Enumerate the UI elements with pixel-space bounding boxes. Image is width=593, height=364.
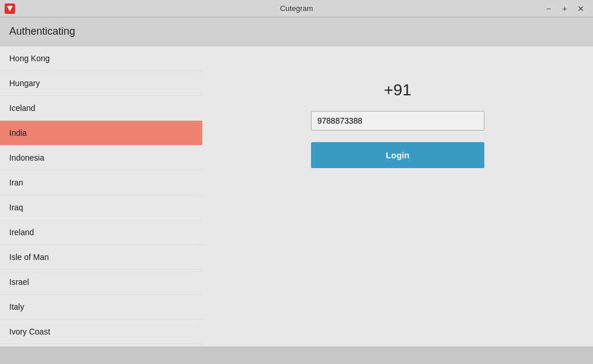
app-icon xyxy=(5,3,15,14)
app-body: Authenticating Hong KongHungaryIcelandIn… xyxy=(0,17,593,347)
country-item[interactable]: Iceland xyxy=(0,96,202,121)
country-item[interactable]: Indonesia xyxy=(0,146,202,170)
country-item[interactable]: Iran xyxy=(0,170,202,195)
country-item[interactable]: Ivory Coast xyxy=(0,320,202,344)
country-code: +91 xyxy=(384,81,412,99)
country-item[interactable]: Ireland xyxy=(0,220,202,245)
country-item[interactable]: Hong Kong xyxy=(0,46,202,71)
phone-input[interactable] xyxy=(311,111,484,131)
country-item[interactable]: Isle of Man xyxy=(0,245,202,270)
country-item[interactable]: Israel xyxy=(0,270,202,295)
country-item[interactable]: Hungary xyxy=(0,71,202,96)
main-content: Hong KongHungaryIcelandIndiaIndonesiaIra… xyxy=(0,46,593,347)
country-item[interactable]: India xyxy=(0,121,202,146)
auth-header: Authenticating xyxy=(0,17,593,46)
country-item[interactable]: Iraq xyxy=(0,195,202,220)
country-item[interactable]: Italy xyxy=(0,295,202,320)
title-bar-left xyxy=(5,3,15,14)
maximize-button[interactable]: + xyxy=(557,3,572,14)
minimize-button[interactable]: − xyxy=(541,3,556,14)
close-button[interactable]: ✕ xyxy=(573,3,588,14)
country-list[interactable]: Hong KongHungaryIcelandIndiaIndonesiaIra… xyxy=(0,46,202,347)
title-bar: Cutegram − + ✕ xyxy=(0,0,593,17)
title-bar-controls: − + ✕ xyxy=(541,3,588,14)
login-button[interactable]: Login xyxy=(311,142,484,168)
bottom-bar xyxy=(0,347,593,364)
app-icon-inner xyxy=(7,6,13,12)
window-title: Cutegram xyxy=(280,4,313,13)
right-panel: +91 Login xyxy=(202,46,593,347)
